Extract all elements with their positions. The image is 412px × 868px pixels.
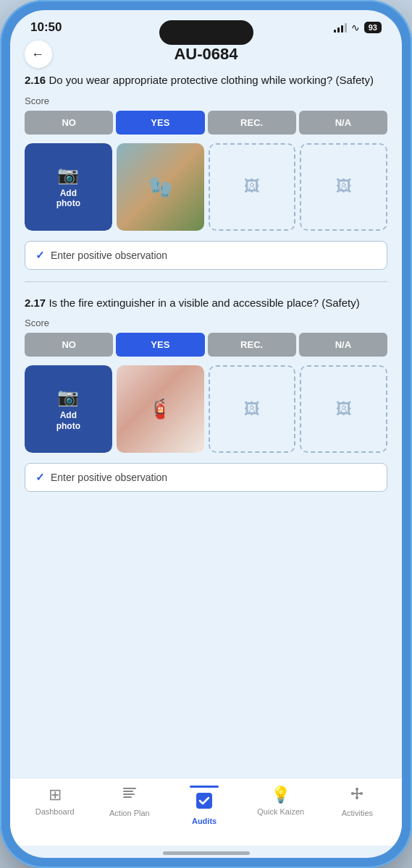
nav-item-dashboard[interactable]: ⊞ Dashboard	[33, 786, 77, 816]
audits-active-bar	[190, 786, 219, 788]
nav-item-audits[interactable]: Audits	[182, 786, 226, 825]
score-no-216[interactable]: NO	[25, 111, 113, 135]
dashboard-icon: ⊞	[49, 786, 62, 804]
score-yes-217[interactable]: YES	[116, 333, 204, 357]
wifi-icon: ∿	[351, 22, 360, 33]
nav-item-quick-kaizen[interactable]: 💡 Quick Kaizen	[257, 786, 304, 816]
home-bar	[163, 851, 250, 855]
photo-placeholder-216-3: 🖼	[209, 143, 296, 231]
photo-thumbnail-cell-217[interactable]: 🧯	[117, 365, 204, 453]
photo-extinguisher-image-217: 🧯	[117, 365, 204, 453]
camera-icon-216: 📷	[57, 165, 79, 185]
camera-icon-217: 📷	[57, 387, 79, 407]
svg-rect-2	[123, 793, 135, 795]
photo-placeholder-217-3: 🖼	[209, 365, 296, 453]
notch	[159, 20, 253, 45]
add-photo-label-217: Addphoto	[56, 410, 80, 431]
photo-ppe-image-216: 🧤	[117, 143, 204, 231]
score-rec-216[interactable]: REC.	[208, 111, 296, 135]
question-body-216: Do you wear appropriate protective cloth…	[49, 74, 374, 86]
add-photo-cell-217[interactable]: 📷 Addphoto	[25, 365, 112, 453]
status-icons: ∿ 93	[334, 22, 382, 33]
page-title: AU-0684	[174, 45, 237, 64]
score-buttons-217: NO YES REC. N/A	[25, 333, 387, 357]
phone-shell: 10:50 ∿ 93 ← AU-0684	[0, 0, 412, 868]
audits-icon	[196, 792, 213, 814]
action-plan-icon	[122, 786, 138, 806]
section-divider	[25, 281, 387, 282]
nav-label-activities: Activities	[342, 809, 373, 817]
svg-point-10	[356, 796, 358, 799]
add-photo-cell-216[interactable]: 📷 Addphoto	[25, 143, 112, 231]
add-photo-label-216: Addphoto	[56, 188, 80, 209]
score-yes-216[interactable]: YES	[116, 111, 204, 135]
signal-bars-icon	[334, 22, 347, 33]
photo-placeholder-217-4: 🖼	[300, 365, 387, 453]
status-time: 10:50	[30, 20, 62, 35]
score-label-216: Score	[25, 95, 387, 106]
add-photo-button-217[interactable]: 📷 Addphoto	[25, 365, 112, 453]
photo-grid-216: 📷 Addphoto 🧤 🖼	[25, 143, 387, 231]
question-text-216: 2.16 Do you wear appropriate protective …	[25, 72, 387, 88]
photo-placeholder-icon-216-3: 🖼	[244, 177, 260, 196]
score-no-217[interactable]: NO	[25, 333, 113, 357]
phone-screen: 10:50 ∿ 93 ← AU-0684	[10, 10, 402, 858]
nav-label-quick-kaizen: Quick Kaizen	[257, 807, 304, 816]
svg-rect-1	[123, 791, 133, 792]
photo-placeholder-cell-217-4[interactable]: 🖼	[300, 365, 387, 453]
question-text-217: 2.17 Is the fire extinguisher in a visib…	[25, 295, 387, 311]
photo-placeholder-icon-217-3: 🖼	[244, 400, 260, 419]
photo-placeholder-216-4: 🖼	[300, 143, 387, 231]
home-indicator	[10, 846, 402, 858]
question-num-216: 2.16	[25, 74, 46, 86]
nav-item-activities[interactable]: Activities	[335, 786, 379, 817]
nav-label-action-plan: Action Plan	[109, 809, 150, 817]
score-label-217: Score	[25, 318, 387, 328]
question-body-217: Is the fire extinguisher in a visible an…	[49, 297, 359, 309]
observation-label-217: Enter positive observation	[51, 472, 167, 483]
add-photo-button-216[interactable]: 📷 Addphoto	[25, 143, 112, 231]
battery-indicator: 93	[364, 22, 382, 33]
observation-button-216[interactable]: ✓ Enter positive observation	[25, 241, 387, 270]
question-block-216: 2.16 Do you wear appropriate protective …	[25, 72, 387, 270]
bottom-nav: ⊞ Dashboard Action Plan	[10, 778, 402, 846]
check-icon-217: ✓	[35, 471, 45, 484]
score-buttons-216: NO YES REC. N/A	[25, 111, 387, 135]
svg-rect-4	[196, 793, 212, 809]
svg-point-9	[356, 788, 358, 791]
photo-placeholder-cell-216-4[interactable]: 🖼	[300, 143, 387, 231]
score-na-216[interactable]: N/A	[299, 111, 387, 135]
photo-placeholder-icon-216-4: 🖼	[336, 177, 352, 196]
nav-label-audits: Audits	[192, 817, 216, 825]
photo-placeholder-icon-217-4: 🖼	[336, 400, 352, 419]
back-button[interactable]: ←	[25, 41, 52, 68]
svg-rect-3	[123, 796, 132, 798]
nav-label-dashboard: Dashboard	[35, 807, 75, 816]
observation-button-217[interactable]: ✓ Enter positive observation	[25, 463, 387, 492]
check-icon-216: ✓	[35, 249, 45, 262]
photo-grid-217: 📷 Addphoto 🧯 🖼	[25, 365, 387, 453]
score-rec-217[interactable]: REC.	[208, 333, 296, 357]
svg-point-7	[351, 792, 354, 795]
quick-kaizen-icon: 💡	[271, 786, 290, 804]
svg-rect-0	[123, 788, 136, 789]
photo-thumbnail-cell-216[interactable]: 🧤	[117, 143, 204, 231]
scroll-content[interactable]: 2.16 Do you wear appropriate protective …	[10, 72, 402, 778]
question-block-217: 2.17 Is the fire extinguisher in a visib…	[25, 295, 387, 493]
photo-placeholder-cell-216-3[interactable]: 🖼	[209, 143, 296, 231]
question-num-217: 2.17	[25, 297, 46, 309]
svg-point-8	[360, 792, 363, 795]
activities-icon	[349, 786, 365, 806]
photo-placeholder-cell-217-3[interactable]: 🖼	[209, 365, 296, 453]
score-na-217[interactable]: N/A	[299, 333, 387, 357]
back-arrow-icon: ←	[31, 47, 44, 62]
observation-label-216: Enter positive observation	[51, 250, 167, 261]
nav-item-action-plan[interactable]: Action Plan	[108, 786, 151, 817]
